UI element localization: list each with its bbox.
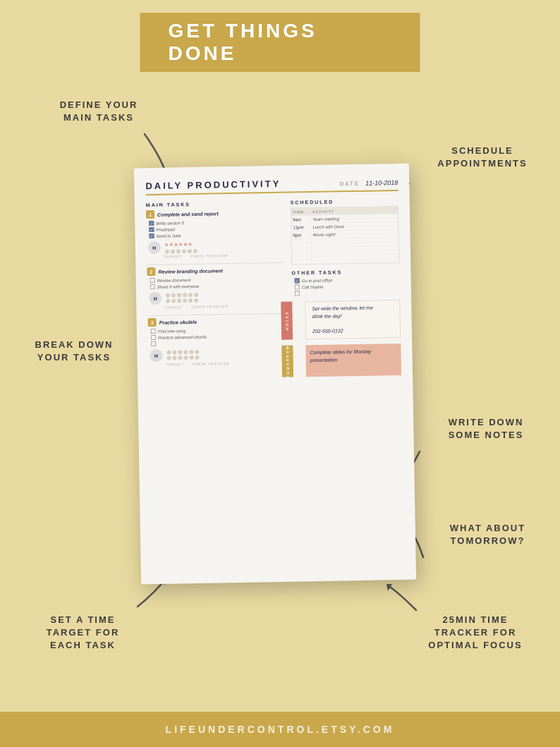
other-task-1: ✓ Go to post office xyxy=(292,277,400,284)
header-banner: GET THINGS DONE xyxy=(140,13,420,72)
scheduled-grid: TIME ACTIVITY 9am Team meeting 11pm Lunc… xyxy=(291,206,399,265)
other-check-2 xyxy=(295,284,300,289)
subtask-text-1-1: Write section 5 xyxy=(156,221,184,226)
subtask-check-3-3 xyxy=(151,341,156,346)
tracker-dots-3a xyxy=(166,350,199,355)
notes-section: NOTES Set wide the window, let me drink … xyxy=(292,300,401,340)
planner-body: MAIN TASKS 1 Complete and send report ✓ … xyxy=(146,198,401,379)
other-check-1: ✓ xyxy=(295,278,300,283)
task-2-number: 2 xyxy=(147,267,155,276)
planner-title: DAILY PRODUCTIVITY xyxy=(145,178,281,191)
tomorrow-box: Complete slides for Monday presentation xyxy=(305,344,401,377)
task-block-1: 1 Complete and send report ✓ Write secti… xyxy=(146,208,284,259)
other-tasks-label: OTHER TASKS xyxy=(291,269,399,276)
main-tasks-label: MAIN TASKS xyxy=(146,200,284,207)
subtask-check-2-2 xyxy=(150,284,155,289)
tomorrow-content: Complete slides for Monday presentation xyxy=(310,348,396,364)
annotation-tomorrow: WHAT ABOUT TOMORROW? xyxy=(430,522,546,547)
other-text-1: Go to post office xyxy=(302,278,333,283)
subtask-text-2-1: Review document xyxy=(157,278,191,283)
tracker-dots-2a xyxy=(166,293,198,298)
footer: LIFEUNDERCONTROL.ETSY.COM xyxy=(0,712,560,747)
subtask-check-3-2 xyxy=(151,335,156,340)
tracker-icon-1: H xyxy=(148,241,161,254)
subtask-check-1-1: ✓ xyxy=(149,221,154,226)
other-task-2: Call Sophie xyxy=(292,283,400,290)
task-block-3: 3 Practice ukulele Find new song Practic… xyxy=(148,316,286,367)
tomorrow-vertical-label: TOMORROW xyxy=(281,346,293,377)
subtask-text-1-2: Proofread xyxy=(156,227,174,231)
subtask-text-2-2: Share it with everyone xyxy=(157,284,199,289)
annotation-write-notes: WRITE DOWN SOME NOTES xyxy=(430,416,542,442)
subtask-3-3 xyxy=(148,339,286,346)
annotation-time-tracker: 25MIN TIME TRACKER FOR OPTIMAL FOCUS xyxy=(405,614,546,652)
annotation-set-time: SET A TIME TARGET FOR EACH TASK xyxy=(21,614,145,652)
subtask-check-3-1 xyxy=(151,329,156,334)
notes-content: Set wide the window, let me drink the da… xyxy=(309,304,396,335)
task-1-title: Complete and send report xyxy=(157,211,219,217)
tracker-row-2: H xyxy=(147,290,285,305)
other-tasks-section: OTHER TASKS ✓ Go to post office Call Sop… xyxy=(291,269,400,296)
subtask-check-1-2: ✓ xyxy=(149,227,154,232)
task-1-number: 1 xyxy=(146,210,154,219)
right-column: SCHEDULED TIME ACTIVITY 9am Team meeting… xyxy=(291,198,401,377)
task-3-title: Practice ukulele xyxy=(159,319,197,324)
tracker-icon-2: H xyxy=(149,292,162,305)
header-title: GET THINGS DONE xyxy=(169,20,392,65)
task-block-2: 2 Review branding document Review docume… xyxy=(147,265,285,310)
tracker-dots-2b xyxy=(166,298,198,303)
annotation-define-tasks: DEFINE YOUR MAIN TASKS xyxy=(42,99,155,124)
subtask-text-1-3: Send to Julia xyxy=(157,233,181,238)
other-text-2: Call Sophie xyxy=(302,284,324,289)
date-label: DATE xyxy=(339,181,360,188)
planner-card: DAILY PRODUCTIVITY DATE 11-10-2018 MAIN … xyxy=(134,164,416,585)
tracker-xs-1: ××× ××× xyxy=(165,241,197,248)
task-3-main-row: 3 Practice ukulele xyxy=(148,316,286,327)
scheduled-section: SCHEDULED TIME ACTIVITY 9am Team meeting… xyxy=(291,198,400,265)
tracker-icon-3: H xyxy=(150,349,162,362)
subtask-text-3-2: Practice advanced chords xyxy=(158,334,207,339)
task-1-main-row: 1 Complete and send report xyxy=(146,208,284,219)
task-2-title: Review branding document xyxy=(158,268,223,274)
planner-header: DAILY PRODUCTIVITY DATE 11-10-2018 xyxy=(145,176,398,195)
annotation-break-down: BREAK DOWN YOUR TASKS xyxy=(18,339,130,364)
subtask-2-2: Share it with everyone xyxy=(147,282,285,289)
notes-vertical-label: NOTES xyxy=(281,302,293,340)
subtask-text-3-1: Find new song xyxy=(158,329,185,334)
other-check-3 xyxy=(295,291,300,296)
task-3-number: 3 xyxy=(148,318,157,327)
tomorrow-section: TOMORROW Complete slides for Monday pres… xyxy=(293,344,401,377)
tracker-row-3: H xyxy=(148,347,286,362)
other-task-3 xyxy=(292,289,400,296)
date-value: 11-10-2018 xyxy=(365,179,398,187)
subtask-check-2-1 xyxy=(150,278,155,283)
tracker-dots-3b xyxy=(167,356,200,360)
tomorrow-label-text: TOMORROW xyxy=(285,345,290,378)
footer-text: LIFEUNDERCONTROL.ETSY.COM xyxy=(166,724,395,735)
notes-box: Set wide the window, let me drink the da… xyxy=(305,300,401,339)
scheduled-label: SCHEDULED xyxy=(291,198,398,205)
tracker-dots-1 xyxy=(165,248,197,253)
tracker-row-1: H ××× ××× xyxy=(147,239,284,254)
subtask-check-1-3: ✓ xyxy=(150,233,154,238)
annotation-schedule: SCHEDULE APPOINTMENTS xyxy=(426,145,539,170)
sched-time-header: TIME xyxy=(291,208,311,215)
left-column: MAIN TASKS 1 Complete and send report ✓ … xyxy=(146,200,286,379)
notes-label-text: NOTES xyxy=(284,311,288,330)
task-2-main-row: 2 Review branding document xyxy=(147,265,284,276)
subtask-1-3: ✓ Send to Julia xyxy=(147,231,284,238)
